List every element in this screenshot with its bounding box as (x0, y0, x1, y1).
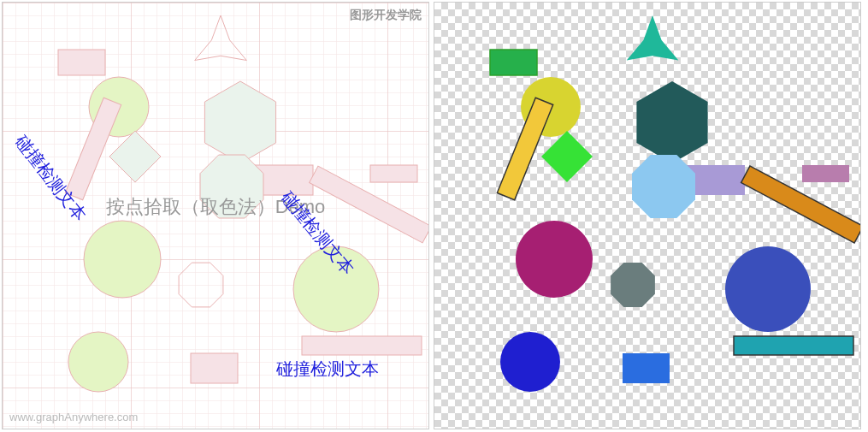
circle-shape (725, 246, 811, 332)
hexagon-shape (204, 81, 275, 163)
star3-shape (627, 15, 679, 61)
star3-shape (195, 15, 247, 61)
right-shape-layer (434, 3, 861, 429)
collision-text-label: 碰撞检测文本 (276, 358, 379, 381)
watermark-url: www.graphAnywhere.com (9, 411, 138, 423)
circle-shape (84, 221, 161, 298)
circle-shape (500, 332, 560, 392)
source-canvas-panel: 按点拾取（取色法）Demo 碰撞检测文本碰撞检测文本碰撞检测文本 图形开发学院 … (2, 2, 429, 429)
octagon-shape (611, 263, 655, 307)
rect-shape (191, 353, 238, 383)
octagon-shape (179, 263, 223, 307)
diamond-shape (109, 131, 161, 182)
circle-shape (516, 221, 593, 298)
rect-shape (58, 50, 105, 75)
diamond-shape (541, 131, 593, 182)
color-pick-canvas-panel (434, 2, 861, 429)
circle-shape (68, 332, 128, 392)
dual-panel-container: 按点拾取（取色法）Demo 碰撞检测文本碰撞检测文本碰撞检测文本 图形开发学院 … (0, 0, 868, 431)
watermark-institute: 图形开发学院 (350, 8, 422, 23)
rect-shape (623, 353, 670, 383)
rect-shape (490, 50, 537, 75)
rect-shape (734, 336, 853, 355)
rect-shape (370, 165, 417, 182)
octagon-shape (632, 155, 695, 218)
rect-shape (302, 336, 422, 355)
rect-shape (802, 165, 849, 182)
hexagon-shape (636, 81, 707, 163)
